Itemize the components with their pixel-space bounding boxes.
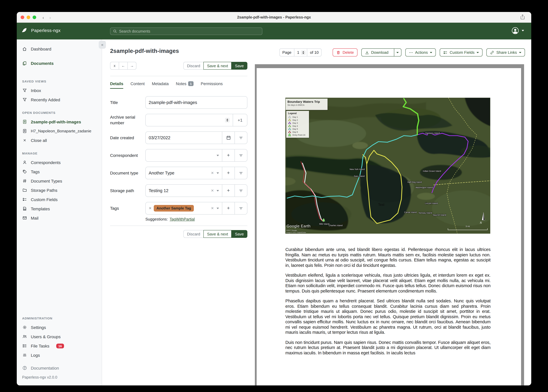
close-window-button[interactable] <box>21 15 24 19</box>
tree-marker-icon <box>288 133 291 136</box>
clear-icon[interactable]: ✕ <box>211 206 214 210</box>
filter-by-correspondent-button[interactable] <box>235 149 247 162</box>
logs-icon <box>22 353 27 357</box>
sidebar-item-mail[interactable]: Mail <box>17 213 102 223</box>
search-input[interactable]: Search documents <box>110 28 262 35</box>
sidebar-item-storage-paths[interactable]: Storage Paths <box>17 186 102 195</box>
save-button[interactable]: Save <box>231 62 247 70</box>
discard-button-bottom[interactable]: Discard <box>183 230 204 238</box>
page-stepper[interactable] <box>301 50 306 55</box>
add-correspondent-button[interactable]: + <box>222 149 235 162</box>
sidebar-collapse-button[interactable]: « <box>99 41 106 49</box>
map-title: Boundary Waters Trip <box>288 100 326 103</box>
home-icon <box>22 46 27 51</box>
calendar-button[interactable] <box>222 132 235 144</box>
sidebar-item-templates[interactable]: Templates <box>17 204 102 213</box>
user-menu[interactable] <box>512 27 524 34</box>
sidebar-item-users-groups[interactable]: Users & Groups <box>17 332 102 341</box>
island-label: Canoe Island <box>404 211 417 213</box>
sidebar-item-correspondents[interactable]: Correspondents <box>17 158 102 167</box>
actions-button[interactable]: Actions <box>405 49 436 56</box>
sidebar-item-custom-fields[interactable]: Custom Fields <box>17 195 102 204</box>
filter-by-storage-path-button[interactable] <box>235 184 247 197</box>
sidebar-item-documents[interactable]: Documents <box>17 59 102 68</box>
tab-notes[interactable]: Notes1 <box>176 81 194 89</box>
title-label: Title <box>110 100 145 105</box>
filter-by-date-button[interactable] <box>235 132 247 144</box>
filter-by-document-type-button[interactable] <box>235 167 247 179</box>
browser-back-button[interactable]: ‹ <box>43 15 44 20</box>
tab-metadata[interactable]: Metadata <box>152 81 169 89</box>
share-icon[interactable] <box>520 14 525 20</box>
island-label: Squirrel Island <box>433 214 446 216</box>
next-document-button[interactable]: → <box>127 62 137 70</box>
sidebar-item-open-doc-1[interactable]: 2sample-pdf-with-images <box>17 117 102 126</box>
legend-item: Day 6 <box>288 130 308 133</box>
browser-forward-button[interactable]: › <box>49 15 51 20</box>
sidebar-item-documentation[interactable]: Documentation <box>17 363 102 373</box>
pdf-preview-pane[interactable]: Hausons Island New York Island Gary Isla… <box>255 64 524 385</box>
sidebar-item-logs[interactable]: Logs <box>17 350 102 360</box>
save-button-bottom[interactable]: Save <box>231 230 247 238</box>
number-stepper[interactable] <box>225 118 230 123</box>
route-marker-icon <box>288 115 291 118</box>
minimize-window-button[interactable] <box>27 15 30 19</box>
document-type-select[interactable]: Another Type ✕ <box>145 167 222 179</box>
sidebar-item-dashboard[interactable]: Dashboard <box>17 44 102 54</box>
remove-tag-icon[interactable]: ✕ <box>149 206 152 210</box>
page-navigation: Page 1 of 10 <box>279 49 322 56</box>
filter-icon <box>239 135 243 140</box>
sidebar-item-tags[interactable]: Tags <box>17 167 102 176</box>
detail-tabs: Details Content Metadata Notes1 Permissi… <box>110 76 247 89</box>
sidebar-item-file-tasks[interactable]: File Tasks 16 <box>17 341 102 350</box>
filter-by-tag-button[interactable] <box>235 202 247 215</box>
tag-chip[interactable]: Another Sample Tag <box>154 205 194 211</box>
save-next-button-bottom[interactable]: Save & next <box>203 230 232 238</box>
clear-icon[interactable]: ✕ <box>211 171 214 175</box>
sidebar-item-inbox[interactable]: Inbox <box>17 86 102 95</box>
app-brand[interactable]: Paperless-ngx <box>21 27 61 34</box>
page-number-input[interactable]: 1 <box>294 49 307 56</box>
title-field[interactable]: 2sample-pdf-with-images <box>145 96 247 109</box>
add-document-type-button[interactable]: + <box>222 167 235 179</box>
sidebar-item-open-doc-2[interactable]: H7_Napoleon_Bonaparte_zadanie <box>17 126 102 136</box>
tags-select[interactable]: ✕ Another Sample Tag ✕ <box>145 202 222 215</box>
tab-details[interactable]: Details <box>110 81 123 89</box>
tab-permissions[interactable]: Permissions <box>201 81 223 89</box>
chevron-down-icon <box>216 208 219 209</box>
custom-fields-button[interactable]: Custom Fields <box>440 49 483 56</box>
asn-increment-button[interactable]: +1 <box>233 114 247 126</box>
filter-icon <box>239 206 243 210</box>
save-next-button[interactable]: Save & next <box>203 62 232 70</box>
tab-content[interactable]: Content <box>130 81 145 89</box>
delete-button[interactable]: Delete <box>333 49 357 56</box>
funnel-icon <box>22 97 27 102</box>
download-options-button[interactable] <box>394 49 401 56</box>
zoom-window-button[interactable] <box>33 15 36 19</box>
page-label: Page <box>279 49 294 56</box>
storage-path-select[interactable]: Testing 12 ✕ <box>145 184 222 197</box>
sidebar-item-close-all[interactable]: Close all <box>17 136 102 145</box>
close-document-button[interactable]: x <box>110 62 119 70</box>
sidebar-item-recently-added[interactable]: Recently Added <box>17 95 102 104</box>
map-credit: ©2017 Google <box>286 230 297 231</box>
documents-icon <box>22 61 27 66</box>
previous-document-button[interactable]: ← <box>119 62 128 70</box>
sidebar-item-settings[interactable]: Settings <box>17 323 102 332</box>
map-subtitle: Six days in BWCA <box>288 104 326 106</box>
correspondent-select[interactable] <box>145 149 222 162</box>
asn-field[interactable] <box>145 114 233 126</box>
sidebar-item-document-types[interactable]: Document Types <box>17 176 102 186</box>
share-links-button[interactable]: Share Links <box>487 49 525 56</box>
clear-icon[interactable]: ✕ <box>211 189 214 193</box>
add-tag-button[interactable]: + <box>222 202 235 215</box>
suggestion-link[interactable]: TagWithPartial <box>170 217 195 221</box>
add-storage-path-button[interactable]: + <box>222 184 235 197</box>
legend-item: Day 3 <box>288 121 308 124</box>
route-marker-icon <box>288 125 291 127</box>
download-button[interactable]: Download <box>362 49 392 56</box>
question-circle-icon <box>22 365 27 370</box>
date-created-field[interactable]: 03/27/2022 <box>145 132 222 144</box>
discard-button[interactable]: Discard <box>183 62 204 70</box>
google-earth-logo: Google Earth <box>287 224 310 228</box>
